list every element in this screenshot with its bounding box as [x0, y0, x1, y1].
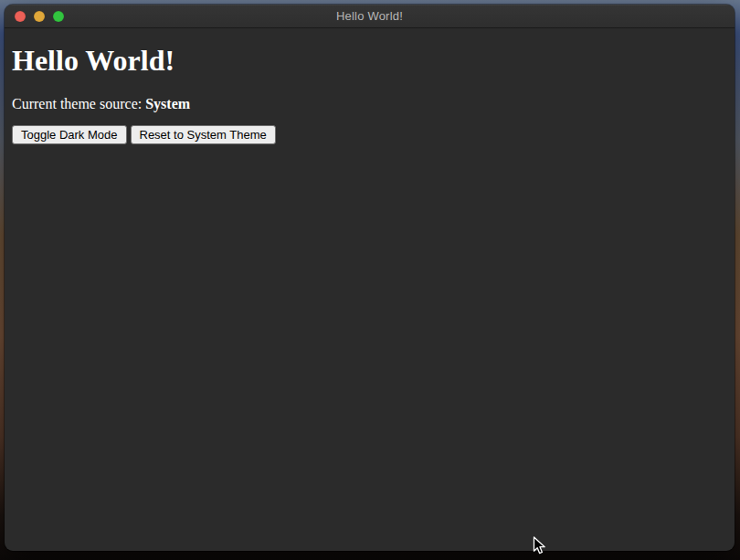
button-row: Toggle Dark Mode Reset to System Theme: [12, 125, 727, 144]
desktop-background: Hello World! Hello World! Current theme …: [0, 0, 740, 560]
titlebar[interactable]: Hello World!: [5, 5, 735, 28]
theme-source-label: Current theme source:: [12, 96, 145, 111]
reset-to-system-theme-button[interactable]: Reset to System Theme: [131, 125, 276, 144]
window-title: Hello World!: [336, 9, 403, 23]
close-icon[interactable]: [15, 11, 26, 22]
zoom-icon[interactable]: [53, 11, 64, 22]
theme-source-line: Current theme source: System: [12, 96, 727, 112]
theme-source-value: System: [145, 96, 190, 111]
page-title: Hello World!: [12, 44, 727, 78]
app-window: Hello World! Hello World! Current theme …: [5, 5, 735, 551]
toggle-dark-mode-button[interactable]: Toggle Dark Mode: [12, 125, 127, 144]
page-content: Hello World! Current theme source: Syste…: [5, 44, 735, 551]
minimize-icon[interactable]: [34, 11, 45, 22]
traffic-lights: [15, 5, 64, 27]
